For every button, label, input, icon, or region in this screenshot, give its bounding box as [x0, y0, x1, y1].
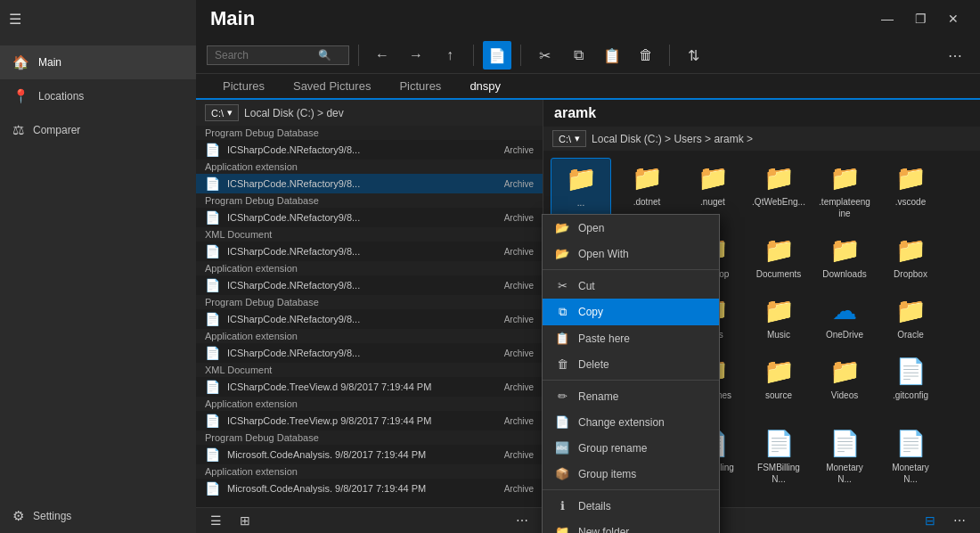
toolbar-separator-2	[473, 45, 474, 66]
paste-button[interactable]: 📋	[598, 41, 626, 70]
grid-item-monetaryn1[interactable]: 📄 Monetary N...	[814, 423, 875, 490]
window-controls: — ❐ ✕	[874, 10, 966, 28]
close-button[interactable]: ✕	[941, 10, 966, 28]
grid-item-qtwebeng[interactable]: 📁 .QtWebEng...	[748, 158, 809, 225]
group-items-icon: 📦	[555, 467, 569, 480]
minimize-button[interactable]: —	[874, 10, 901, 28]
ctx-change-ext[interactable]: 📄 Change extension	[543, 409, 719, 435]
ctx-rename-label: Rename	[578, 390, 618, 403]
folder-icon: 📁	[895, 163, 927, 193]
dropdown-arrow-icon: ▾	[575, 133, 580, 144]
grid-item-dropbox[interactable]: 📁 Dropbox	[880, 230, 941, 285]
grid-item-onedrive[interactable]: ☁ OneDrive	[814, 291, 875, 346]
tab-saved-pictures[interactable]: Saved Pictures	[281, 74, 383, 100]
delete-button[interactable]: 🗑	[632, 41, 660, 70]
tab-pictures-2[interactable]: Pictures	[387, 74, 453, 100]
grid-item-templateengine[interactable]: 📁 .templateengine	[814, 158, 875, 225]
ctx-paste-here[interactable]: 📋 Paste here	[543, 325, 719, 351]
grid-item-gitconfig[interactable]: 📄 .gitconfig	[880, 351, 941, 418]
home-icon: 🏠	[12, 54, 29, 70]
more-button[interactable]: ⋯	[941, 41, 969, 70]
sidebar-footer-settings[interactable]: ⚙ Settings	[0, 499, 196, 533]
right-drive-dropdown[interactable]: C:\ ▾	[552, 130, 586, 147]
ctx-open[interactable]: 📂 Open	[543, 215, 719, 241]
ctx-delete[interactable]: 🗑 Delete	[543, 351, 719, 377]
tab-pictures-1[interactable]: Pictures	[210, 74, 277, 100]
file-tag: Archive	[504, 315, 534, 324]
cut-icon: ✂	[555, 279, 569, 292]
ctx-new-folder[interactable]: 📁 New folder	[543, 519, 719, 533]
right-more-options-button[interactable]: ⋯	[948, 512, 971, 529]
maximize-button[interactable]: ❐	[908, 10, 934, 28]
sidebar-item-comparer[interactable]: ⚖ Comparer	[0, 113, 196, 147]
file-name: ICSharpCode.NRefactory9/8...	[227, 178, 497, 189]
left-file-list[interactable]: Program Debug Database 📄 ICSharpCode.NRe…	[196, 126, 543, 507]
list-item[interactable]: 📄 ICSharpCode.TreeView.p 9/8/2017 7:19:4…	[196, 411, 543, 430]
grid-item-oracle[interactable]: 📁 Oracle	[880, 291, 941, 346]
ctx-change-ext-label: Change extension	[578, 416, 665, 429]
grid-item-vscode[interactable]: 📁 .vscode	[880, 158, 941, 225]
ctx-rename[interactable]: ✏ Rename	[543, 383, 719, 409]
sidebar-item-locations[interactable]: 📍 Locations	[0, 79, 196, 113]
search-input[interactable]	[215, 49, 313, 62]
list-item[interactable]: 📄 ICSharpCode.NRefactory9/8... Archive	[196, 275, 543, 295]
ctx-group-rename[interactable]: 🔤 Group rename	[543, 435, 719, 461]
forward-button[interactable]: →	[402, 41, 430, 70]
list-item[interactable]: 📄 ICSharpCode.NRefactory9/8... Archive	[196, 343, 543, 363]
file-doc-icon: 📄	[764, 429, 795, 458]
file-name: ICSharpCode.NRefactory9/8...	[227, 144, 497, 155]
right-tile-view-button[interactable]: ⊟	[919, 512, 941, 529]
file-group-header: XML Document	[196, 227, 543, 242]
hamburger-icon[interactable]: ☰	[9, 11, 21, 28]
list-item[interactable]: 📄 ICSharpCode.NRefactory9/8... Archive	[196, 242, 543, 261]
file-icon: 📄	[205, 447, 220, 462]
search-box[interactable]: 🔍	[207, 45, 349, 65]
tab-dnspy[interactable]: dnspy	[457, 74, 513, 100]
grid-view-button[interactable]: ⊞	[234, 512, 256, 529]
context-menu: 📂 Open 📂 Open With ✂ Cut ⧉ Copy 📋	[542, 214, 720, 533]
up-button[interactable]: ↑	[436, 41, 464, 70]
grid-label: .gitconfig	[893, 390, 928, 401]
more-options-button[interactable]: ⋯	[510, 512, 534, 529]
right-panel-header: aramk	[543, 100, 980, 127]
list-item[interactable]: 📄 Microsoft.CodeAnalysis. 9/8/2017 7:19:…	[196, 445, 543, 464]
cut-button[interactable]: ✂	[530, 41, 559, 70]
list-item[interactable]: 📄 ICSharpCode.TreeView.d 9/8/2017 7:19:4…	[196, 377, 543, 397]
grid-item-downloads[interactable]: 📁 Downloads	[814, 230, 875, 285]
sidebar: ☰ 🏠 Main 📍 Locations ⚖ Comparer ⚙ Settin…	[0, 0, 196, 533]
file-icon: 📄	[205, 380, 220, 394]
grid-item-videos[interactable]: 📁 Videos	[814, 351, 875, 418]
ctx-copy[interactable]: ⧉ Copy	[543, 299, 719, 325]
grid-item-monetaryn2[interactable]: 📄 Monetary N...	[880, 423, 941, 490]
back-button[interactable]: ←	[368, 41, 396, 70]
sort-button[interactable]: ⇅	[679, 41, 707, 70]
comparer-icon: ⚖	[12, 122, 24, 138]
open-with-icon: 📂	[555, 247, 569, 260]
file-tag: Archive	[504, 348, 534, 358]
new-item-button[interactable]: 📄	[483, 41, 511, 70]
grid-label: .QtWebEng...	[752, 196, 805, 208]
grid-item-documents[interactable]: 📁 Documents	[748, 230, 809, 285]
ctx-group-items[interactable]: 📦 Group items	[543, 461, 719, 487]
sidebar-nav: 🏠 Main 📍 Locations ⚖ Comparer	[0, 38, 196, 499]
list-item[interactable]: 📄 ICSharpCode.NRefactory9/8... Archive	[196, 174, 543, 193]
grid-item-source[interactable]: 📁 source	[748, 351, 809, 418]
file-tag: Archive	[504, 213, 534, 223]
list-view-button[interactable]: ☰	[205, 512, 227, 529]
ctx-details[interactable]: ℹ Details	[543, 493, 719, 519]
grid-label: Dropbox	[894, 268, 927, 280]
list-item[interactable]: 📄 ICSharpCode.NRefactory9/8... Archive	[196, 208, 543, 227]
grid-item-music[interactable]: 📁 Music	[748, 291, 809, 346]
ctx-open-with[interactable]: 📂 Open With	[543, 241, 719, 266]
grid-item-fsmbillingn[interactable]: 📄 FSMBilling N...	[748, 423, 809, 490]
list-item[interactable]: 📄 ICSharpCode.NRefactory9/8... Archive	[196, 309, 543, 329]
file-doc-icon: 📄	[895, 429, 927, 458]
left-drive-dropdown[interactable]: C:\ ▾	[205, 104, 239, 121]
copy-button[interactable]: ⧉	[564, 41, 592, 70]
ctx-cut[interactable]: ✂ Cut	[543, 273, 719, 299]
sidebar-item-main[interactable]: 🏠 Main	[0, 45, 196, 79]
list-item[interactable]: 📄 ICSharpCode.NRefactory9/8... Archive	[196, 140, 543, 160]
toolbar-separator-1	[358, 45, 359, 66]
list-item[interactable]: 📄 Microsoft.CodeAnalysis. 9/8/2017 7:19:…	[196, 479, 543, 498]
file-name: ICSharpCode.NRefactory9/8...	[227, 212, 497, 223]
